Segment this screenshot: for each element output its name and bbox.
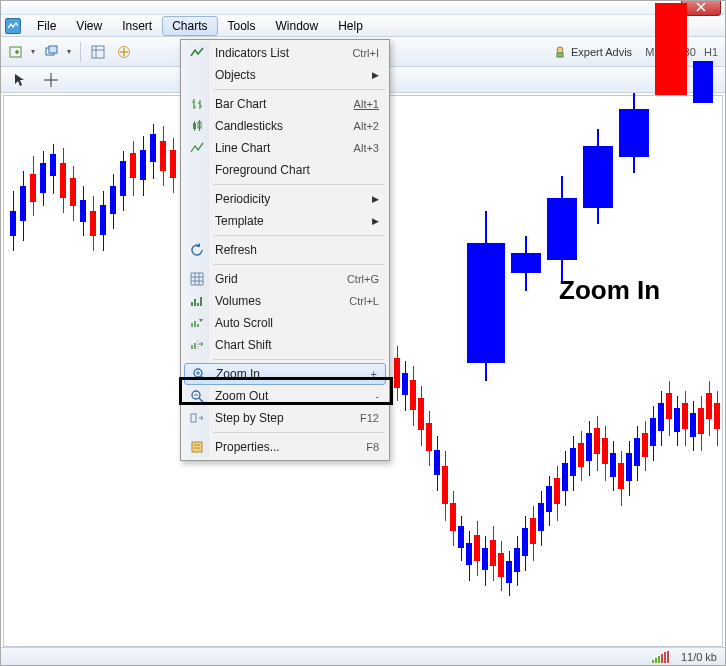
- window-close-button[interactable]: [681, 0, 721, 16]
- bar-chart-icon: [188, 95, 206, 113]
- grid-icon: [188, 270, 206, 288]
- menu-candlesticks[interactable]: CandlesticksAlt+2: [183, 115, 387, 137]
- svg-rect-2: [49, 46, 57, 53]
- menu-indicators-list[interactable]: Indicators ListCtrl+I: [183, 42, 387, 64]
- app-icon: [5, 18, 21, 34]
- properties-icon: [188, 438, 206, 456]
- timeframe-h1[interactable]: H1: [701, 46, 721, 58]
- line-chart-icon: [188, 139, 206, 157]
- cursor-tool[interactable]: [7, 69, 31, 91]
- menubar: File View Insert Charts Tools Window Hel…: [1, 15, 725, 37]
- statusbar: 11/0 kb: [1, 647, 725, 665]
- menu-separator: [213, 359, 385, 360]
- svg-rect-3: [92, 46, 104, 58]
- menu-separator: [213, 89, 385, 90]
- titlebar: [1, 1, 725, 15]
- chart-shift-icon: [188, 336, 206, 354]
- menu-properties[interactable]: Properties...F8: [183, 436, 387, 458]
- submenu-arrow-icon: ▶: [372, 216, 379, 226]
- menu-file[interactable]: File: [27, 16, 66, 36]
- menu-template[interactable]: Template▶: [183, 210, 387, 232]
- menu-separator: [213, 184, 385, 185]
- svg-rect-12: [192, 442, 202, 452]
- menu-volumes[interactable]: VolumesCtrl+L: [183, 290, 387, 312]
- menu-separator: [213, 432, 385, 433]
- menu-bar-chart[interactable]: Bar ChartAlt+1: [183, 93, 387, 115]
- menu-grid[interactable]: GridCtrl+G: [183, 268, 387, 290]
- svg-rect-11: [191, 414, 196, 422]
- zoom-in-icon: [190, 365, 208, 383]
- volumes-icon: [188, 292, 206, 310]
- menu-refresh[interactable]: Refresh: [183, 239, 387, 261]
- menu-zoom-out[interactable]: Zoom Out-: [183, 385, 387, 407]
- zoom-out-icon: [188, 387, 206, 405]
- submenu-arrow-icon: ▶: [372, 194, 379, 204]
- status-kb: 11/0 kb: [681, 651, 717, 663]
- navigator-button[interactable]: [112, 41, 136, 63]
- indicators-icon: [188, 44, 206, 62]
- menu-step-by-step[interactable]: Step by StepF12: [183, 407, 387, 429]
- menu-separator: [213, 264, 385, 265]
- menu-line-chart[interactable]: Line ChartAlt+3: [183, 137, 387, 159]
- market-watch-button[interactable]: [86, 41, 110, 63]
- crosshair-tool[interactable]: [39, 69, 63, 91]
- menu-separator: [213, 235, 385, 236]
- toolbar-separator: [80, 42, 81, 62]
- menu-foreground-chart[interactable]: Foreground Chart: [183, 159, 387, 181]
- svg-rect-6: [557, 53, 563, 57]
- menu-help[interactable]: Help: [328, 16, 373, 36]
- svg-point-5: [557, 47, 563, 53]
- menu-chart-shift[interactable]: Chart Shift: [183, 334, 387, 356]
- candlesticks-icon: [188, 117, 206, 135]
- menu-auto-scroll[interactable]: Auto Scroll: [183, 312, 387, 334]
- menu-objects[interactable]: Objects▶: [183, 64, 387, 86]
- step-icon: [188, 409, 206, 427]
- profiles-button[interactable]: [41, 41, 75, 63]
- charts-dropdown: Indicators ListCtrl+I Objects▶ Bar Chart…: [180, 39, 390, 461]
- submenu-arrow-icon: ▶: [372, 70, 379, 80]
- refresh-icon: [188, 241, 206, 259]
- expert-advisors-button[interactable]: Expert Advis: [549, 41, 640, 63]
- zoom-in-annotation: Zoom In: [559, 275, 660, 306]
- menu-window[interactable]: Window: [266, 16, 329, 36]
- new-chart-button[interactable]: [5, 41, 39, 63]
- menu-tools[interactable]: Tools: [218, 16, 266, 36]
- menu-zoom-in[interactable]: Zoom In+: [184, 363, 386, 385]
- auto-scroll-icon: [188, 314, 206, 332]
- menu-charts[interactable]: Charts: [162, 16, 217, 36]
- menu-view[interactable]: View: [66, 16, 112, 36]
- menu-periodicity[interactable]: Periodicity▶: [183, 188, 387, 210]
- connection-signal-icon: [652, 651, 669, 663]
- expert-advisors-label: Expert Advis: [571, 46, 632, 58]
- menu-insert[interactable]: Insert: [112, 16, 162, 36]
